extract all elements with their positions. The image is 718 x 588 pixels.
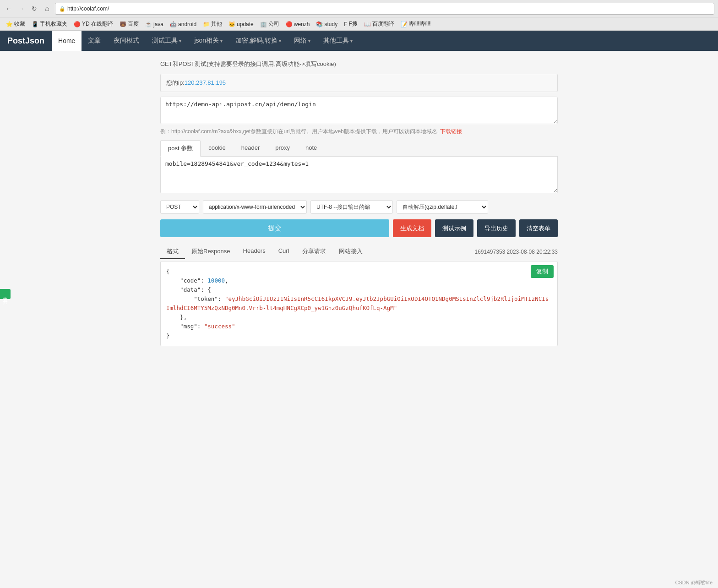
nav-item[interactable]: json相关 ▾: [188, 31, 229, 51]
bookmark-item[interactable]: ☕java: [143, 20, 166, 28]
response-tab[interactable]: 原始Response: [185, 245, 237, 259]
generate-doc-button[interactable]: 生成文档: [393, 219, 431, 237]
page-description: GET和POST测试(支持需要登录的接口调用,高级功能->填写cookie): [160, 60, 558, 68]
bookmark-item[interactable]: 🐱update: [226, 20, 256, 28]
bookmark-item[interactable]: ⭐收藏: [4, 19, 27, 29]
encoding-select[interactable]: UTF-8 --接口输出的编 GBK: [310, 200, 393, 214]
bookmark-item[interactable]: 📝哔哩哔哩: [398, 19, 433, 29]
response-body: 复制 { "code": 10000, "data": { "token": "…: [160, 261, 558, 346]
example-text: 例：http://coolaf.com/m?axx&bxx,get参数直接加在u…: [160, 128, 558, 136]
nav-item[interactable]: 文章: [82, 31, 107, 51]
ip-label: 您的ip:: [166, 79, 185, 86]
post-params-input[interactable]: [160, 157, 558, 193]
address-bar-icons: 🔒: [59, 6, 65, 12]
nav-item[interactable]: 测试工具 ▾: [146, 31, 188, 51]
bookmark-item[interactable]: 📁其他: [201, 19, 224, 29]
dropdown-arrow-icon: ▾: [220, 38, 223, 44]
copy-button[interactable]: 复制: [531, 265, 554, 278]
export-history-button[interactable]: 导出历史: [477, 219, 516, 237]
response-tab[interactable]: 格式: [160, 245, 185, 259]
param-tab[interactable]: note: [298, 140, 325, 157]
content-type-select[interactable]: application/x-www-form-urlencoded applic…: [203, 200, 307, 214]
method-select[interactable]: POST GET PUT DELETE: [160, 200, 199, 214]
dropdown-arrow-icon: ▾: [179, 38, 181, 44]
app-logo: PostJson: [0, 31, 52, 51]
url-input[interactable]: [160, 97, 558, 124]
nav-item[interactable]: 网络 ▾: [288, 31, 317, 51]
browser-nav: ← → ↻ ⌂ 🔒 http://coolaf.com/: [0, 0, 718, 17]
browser-chrome: ← → ↻ ⌂ 🔒 http://coolaf.com/ ⭐收藏📱手机收藏夹🔴Y…: [0, 0, 718, 31]
nav-item[interactable]: 其他工具 ▾: [317, 31, 359, 51]
response-tab[interactable]: Headers: [237, 245, 272, 259]
param-tab[interactable]: post 参数: [160, 140, 201, 157]
bookmark-item[interactable]: 🤖android: [168, 20, 199, 28]
ip-value: 120.237.81.195: [185, 79, 226, 86]
bookmark-item[interactable]: FF搜: [342, 19, 360, 29]
action-buttons: 提交 生成文档 测试示例 导出历史 清空表单: [160, 219, 558, 237]
home-button[interactable]: ⌂: [42, 4, 52, 14]
param-tab[interactable]: cookie: [201, 140, 234, 157]
controls-row: POST GET PUT DELETE application/x-www-fo…: [160, 200, 558, 214]
left-tab[interactable]: 力 工 具: [0, 289, 11, 299]
response-meta: 1691497353 2023-08-08 20:22:33: [475, 249, 558, 255]
bookmark-item[interactable]: 📖百度翻译: [362, 19, 397, 29]
response-json: { "code": 10000, "data": { "token": "eyJ…: [166, 267, 552, 340]
param-tab[interactable]: proxy: [267, 140, 298, 157]
ip-display: 您的ip:120.237.81.195: [160, 74, 558, 92]
main-content: GET和POST测试(支持需要登录的接口调用,高级功能->填写cookie) 您…: [153, 51, 565, 355]
dropdown-arrow-icon: ▾: [279, 38, 281, 44]
param-tabs: post 参数cookieheaderproxynote: [160, 140, 558, 157]
nav-item[interactable]: 夜间模式: [107, 31, 146, 51]
nav-items: Home文章夜间模式测试工具 ▾json相关 ▾加密,解码,转换 ▾网络 ▾其他…: [52, 31, 359, 51]
response-tab[interactable]: 网站接入: [332, 245, 369, 259]
decompress-select[interactable]: 自动解压(gzip,deflate,f 不解压: [397, 200, 488, 214]
address-bar[interactable]: 🔒 http://coolaf.com/: [55, 3, 714, 15]
response-section: 格式原始ResponseHeadersCurl分享请求网站接入 16914973…: [160, 245, 558, 346]
test-example-button[interactable]: 测试示例: [435, 219, 473, 237]
dropdown-arrow-icon: ▾: [350, 38, 353, 44]
bookmark-item[interactable]: 🔴wenzh: [283, 20, 312, 28]
address-text: http://coolaf.com/: [67, 5, 109, 12]
response-tab[interactable]: 分享请求: [296, 245, 332, 259]
forward-button[interactable]: →: [16, 4, 27, 14]
submit-button[interactable]: 提交: [160, 219, 389, 237]
app-nav: PostJson Home文章夜间模式测试工具 ▾json相关 ▾加密,解码,转…: [0, 31, 718, 51]
nav-item[interactable]: Home: [52, 31, 82, 51]
dropdown-arrow-icon: ▾: [308, 38, 310, 44]
response-tab[interactable]: Curl: [272, 245, 296, 259]
download-link[interactable]: 下载链接: [440, 128, 462, 135]
bookmark-item[interactable]: 🔴YD 在线翻译: [71, 19, 115, 29]
bookmark-item[interactable]: 📱手机收藏夹: [29, 19, 70, 29]
bookmark-item[interactable]: 📚study: [314, 20, 340, 28]
param-tab[interactable]: header: [234, 140, 267, 157]
bookmarks-bar: ⭐收藏📱手机收藏夹🔴YD 在线翻译🐻百度☕java🤖android📁其他🐱upd…: [0, 17, 718, 30]
nav-item[interactable]: 加密,解码,转换 ▾: [229, 31, 288, 51]
back-button[interactable]: ←: [4, 4, 14, 14]
response-tabs: 格式原始ResponseHeadersCurl分享请求网站接入: [160, 245, 369, 259]
response-header: 格式原始ResponseHeadersCurl分享请求网站接入 16914973…: [160, 245, 558, 259]
bookmark-item[interactable]: 🏢公司: [258, 19, 282, 29]
bookmark-item[interactable]: 🐻百度: [117, 19, 141, 29]
clear-form-button[interactable]: 清空表单: [519, 219, 558, 237]
refresh-button[interactable]: ↻: [29, 4, 39, 14]
